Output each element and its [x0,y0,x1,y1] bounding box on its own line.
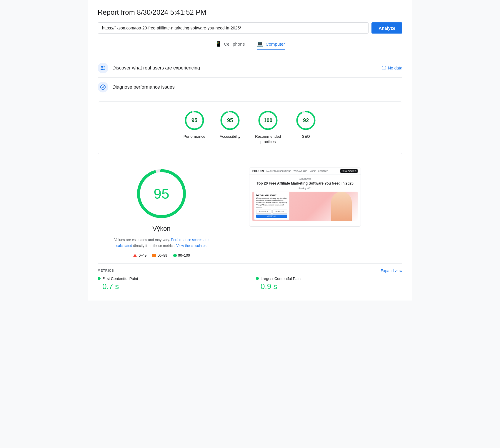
scores-row: 95 Performance 95 Accessibility [103,110,397,145]
real-users-title: Discover what real users are experiencin… [112,65,378,71]
score-accessibility[interactable]: 95 Accessibility [219,110,241,145]
left-panel: 95 Výkon Values are estimates and may va… [98,167,225,257]
score-seo-label: SEO [302,134,310,139]
average-icon [152,254,156,257]
legend-average: 50–89 [152,253,167,258]
analyze-button[interactable]: Analyze [371,22,402,34]
big-score-circle: 95 [135,167,188,220]
info-icon: ⓘ [382,65,386,71]
tab-cellphone[interactable]: 📱 Cell phone [215,41,245,50]
screenshot-cta: FREE AUDIT ★ [340,169,358,173]
diagnose-title: Diagnose performance issues [112,84,402,90]
screenshot-image: We value your privacy We use cookies to … [252,192,358,221]
real-users-icon [98,63,108,73]
report-title: Report from 8/30/2024 5:41:52 PM [98,8,402,16]
metric-lcp-name: Largest Contentful Paint [256,276,402,281]
screenshot-headline: Top 20 Free Affiliate Marketing Software… [252,181,358,186]
screenshot-body: August 2024 Top 20 Free Affiliate Market… [249,175,361,226]
cookie-accept-btn: ACCEPT ALL [256,215,287,218]
good-icon [173,254,177,257]
screenshot-nav: FIKSON MARKETING SOLUTIONS WHO WE ARE MO… [249,167,361,175]
cookie-customise-btn: CUSTOMISE [256,210,271,214]
metrics-row: First Contentful Paint 0.7 s Largest Con… [98,276,402,291]
score-accessibility-value: 95 [227,117,233,124]
svg-point-1 [104,66,105,67]
calc-note: Values are estimates and may vary. Perfo… [111,237,211,248]
diagnose-section: Diagnose performance issues [98,78,402,97]
metric-fcp-dot [98,277,101,280]
cookie-banner: We value your privacy We use cookies to … [254,192,289,220]
main-detail: 95 Výkon Values are estimates and may va… [98,161,402,257]
score-performance-value: 95 [191,117,197,124]
metric-fcp-value: 0.7 s [98,282,244,291]
metric-lcp: Largest Contentful Paint 0.9 s [256,276,402,291]
score-best-practices-label: Recommended practices [255,134,281,145]
svg-point-3 [103,69,105,70]
svg-point-2 [101,69,104,70]
big-score-label: Výkon [152,225,170,233]
metric-fcp: First Contentful Paint 0.7 s [98,276,244,291]
screenshot-nav-links: MARKETING SOLUTIONS WHO WE ARE MORE CONT… [266,170,338,172]
score-seo[interactable]: 92 SEO [295,110,316,145]
metrics-header: METRICS Expand view [98,263,402,276]
score-performance-label: Performance [184,134,205,139]
cookie-reject-btn: REJECT ALL [272,210,288,214]
url-bar-row: Analyze [98,22,402,34]
score-best-practices[interactable]: 100 Recommended practices [255,110,281,145]
url-input[interactable] [98,22,369,34]
score-legend: 0–49 50–89 90–100 [133,253,190,258]
metrics-label: METRICS [98,269,114,272]
score-seo-value: 92 [303,117,309,124]
screenshot-logo: FIKSON [252,170,264,172]
metric-lcp-value: 0.9 s [256,282,402,291]
metric-lcp-dot [256,277,259,280]
metric-fcp-name: First Contentful Paint [98,276,244,281]
screenshot-date: August 2024 [252,178,358,180]
diagnose-icon [98,82,108,92]
fail-icon [133,254,137,257]
vertical-divider [237,167,237,257]
svg-point-4 [101,85,105,89]
no-data-link[interactable]: ⓘ No data [382,65,402,71]
real-users-section: Discover what real users are experiencin… [98,59,402,78]
view-calc-link[interactable]: View the calculator. [176,244,207,248]
score-performance[interactable]: 95 Performance [184,110,205,145]
score-best-practices-value: 100 [264,117,272,124]
tab-computer[interactable]: 💻 Computer [257,41,285,50]
score-accessibility-label: Accessibility [220,134,241,139]
site-screenshot: FIKSON MARKETING SOLUTIONS WHO WE ARE MO… [249,167,361,227]
right-panel: FIKSON MARKETING SOLUTIONS WHO WE ARE MO… [249,167,402,227]
screenshot-byline: Reading: 6:01 [252,187,358,189]
svg-point-0 [101,66,103,68]
legend-good: 90–100 [173,253,190,258]
computer-icon: 💻 [257,41,263,47]
expand-view-button[interactable]: Expand view [381,268,402,273]
legend-fail: 0–49 [133,253,146,258]
scores-card: 95 Performance 95 Accessibility [98,101,402,154]
device-tabs: 📱 Cell phone 💻 Computer [98,41,402,50]
cellphone-icon: 📱 [215,41,221,47]
big-score-value: 95 [154,186,169,202]
